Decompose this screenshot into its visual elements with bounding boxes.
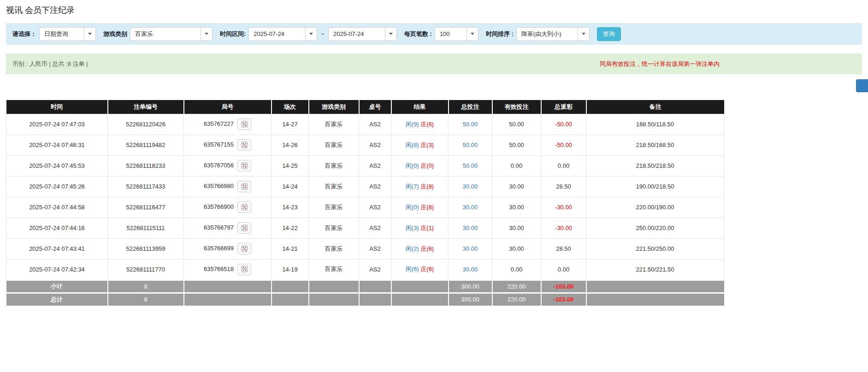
cell-round-id: 635766518 (184, 259, 272, 280)
round-video-button[interactable] (237, 139, 251, 151)
cell-table-id: AS2 (359, 238, 391, 259)
total-bet-link[interactable]: 30.00 (463, 245, 478, 252)
per-page-label: 每页笔数 : (404, 30, 432, 38)
table-row: 2025-07-24 07:45:53522681118233635767056… (6, 155, 724, 176)
round-video-button[interactable] (237, 181, 251, 192)
result-banker: 庄(1) (420, 224, 434, 231)
result-banker: 庄(3) (420, 142, 434, 148)
page: 视讯 会员下注纪录 请选择： 日期查询 游戏类别 百家乐 时间区间: 2025-… (0, 0, 868, 308)
result-banker: 庄(6) (420, 266, 434, 272)
result-player: 闲(7) (406, 183, 419, 190)
chevron-down-icon[interactable] (385, 28, 396, 41)
chevron-down-icon[interactable] (466, 28, 478, 41)
total-bet-link[interactable]: 30.00 (463, 266, 478, 273)
cell-table-id: AS2 (359, 218, 391, 238)
cell-valid-bet: 30.00 (492, 218, 541, 238)
per-page-value: 100 (435, 28, 466, 41)
cell-payout: 28.50 (541, 176, 586, 197)
cell-time: 2025-07-24 07:45:26 (6, 176, 108, 197)
footer-valid-bet: 220.00 (492, 280, 541, 293)
cell-order-id: 522681119482 (108, 135, 184, 155)
sort-select[interactable]: 降幂(由大到小) (516, 27, 590, 41)
select-label: 请选择： (12, 30, 36, 38)
cell-payout: 28.50 (541, 238, 586, 259)
cell-note: 218.50/218.50 (586, 155, 724, 176)
cell-payout: -30.00 (541, 218, 586, 238)
dice-icon (241, 183, 248, 190)
column-header: 有效投注 (492, 100, 541, 114)
footer-total-bet: 300.00 (449, 280, 492, 293)
footer-label: 小计 (6, 280, 108, 293)
total-bet-link[interactable]: 50.00 (463, 162, 478, 169)
footer-empty (184, 293, 272, 306)
cell-valid-bet: 30.00 (492, 238, 541, 259)
per-page-select[interactable]: 100 (435, 27, 478, 41)
cell-total-bet: 50.00 (449, 114, 492, 135)
total-bet-link[interactable]: 50.00 (463, 121, 478, 128)
summary-left-text: 币别 : 人民币 | 总共 :8 注单 | (12, 60, 88, 68)
column-header: 场次 (272, 100, 309, 114)
cell-note: 190.00/218.50 (586, 176, 724, 197)
cell-table-id: AS2 (359, 197, 391, 218)
cell-result: 闲(6) 庄(6) (391, 259, 449, 280)
column-header: 备注 (586, 100, 724, 114)
date-from-select[interactable]: 2025-07-24 (248, 27, 317, 41)
round-video-button[interactable] (237, 264, 251, 275)
page-title: 视讯 会员下注纪录 (6, 5, 862, 16)
round-video-button[interactable] (237, 118, 251, 130)
cell-game-type: 百家乐 (309, 197, 359, 218)
result-banker: 庄(0) (420, 162, 434, 169)
round-video-button[interactable] (237, 222, 251, 234)
cell-round-id: 635766900 (184, 197, 272, 218)
cell-note: 221.50/221.50 (586, 259, 724, 280)
table-row: 2025-07-24 07:45:26522681117433635766980… (6, 176, 724, 197)
cell-table-id: AS2 (359, 259, 391, 280)
cell-result: 闲(9) 庄(6) (391, 114, 449, 135)
result-player: 闲(3) (406, 224, 419, 231)
cell-order-id: 522681120426 (108, 114, 184, 135)
round-video-button[interactable] (237, 243, 251, 254)
total-bet-link[interactable]: 30.00 (463, 183, 478, 190)
game-type-select[interactable]: 百家乐 (130, 27, 213, 41)
cell-valid-bet: 50.00 (492, 114, 541, 135)
cell-round-id: 635767155 (184, 135, 272, 155)
footer-empty (272, 293, 309, 306)
round-video-button[interactable] (237, 201, 251, 213)
dice-icon (241, 142, 248, 148)
footer-count: 8 (108, 293, 184, 306)
query-type-select[interactable]: 日期查询 (39, 27, 96, 41)
table-row: 2025-07-24 07:46:31522681119482635767155… (6, 135, 724, 155)
summary-bar: 币别 : 人民币 | 总共 :8 注单 | 同局有效投注，统一计算在该局第一张注… (6, 53, 862, 74)
column-header: 局号 (184, 100, 272, 114)
chevron-down-icon[interactable] (201, 28, 212, 41)
footer-payout: -103.00 (541, 293, 586, 306)
time-range-label: 时间区间: (220, 30, 246, 38)
cell-total-bet: 30.00 (449, 259, 492, 280)
cell-session: 14-19 (272, 259, 309, 280)
total-bet-link[interactable]: 30.00 (463, 224, 478, 231)
total-bet-link[interactable]: 50.00 (463, 142, 478, 148)
search-button[interactable]: 查询 (597, 27, 621, 41)
column-header: 总派彩 (541, 100, 586, 114)
round-id-text: 635766518 (204, 265, 234, 272)
round-video-button[interactable] (237, 160, 251, 171)
chevron-down-icon[interactable] (305, 28, 317, 41)
export-button[interactable] (856, 79, 868, 92)
footer-empty (359, 280, 391, 293)
date-range-separator: ~ (321, 30, 325, 37)
table-row: 2025-07-24 07:47:03522681120426635767227… (6, 114, 724, 135)
sort-label: 时间排序 : (486, 30, 514, 38)
total-bet-link[interactable]: 30.00 (463, 204, 478, 211)
cell-total-bet: 50.00 (449, 155, 492, 176)
column-header: 桌号 (359, 100, 391, 114)
footer-empty (391, 293, 449, 306)
cell-total-bet: 30.00 (449, 176, 492, 197)
cell-game-type: 百家乐 (309, 218, 359, 238)
filter-bar: 请选择： 日期查询 游戏类别 百家乐 时间区间: 2025-07-24 ~ 20… (6, 23, 862, 45)
cell-table-id: AS2 (359, 155, 391, 176)
footer-count: 8 (108, 280, 184, 293)
chevron-down-icon[interactable] (578, 28, 589, 41)
cell-round-id: 635766797 (184, 218, 272, 238)
chevron-down-icon[interactable] (84, 28, 95, 41)
date-to-select[interactable]: 2025-07-24 (328, 27, 397, 41)
